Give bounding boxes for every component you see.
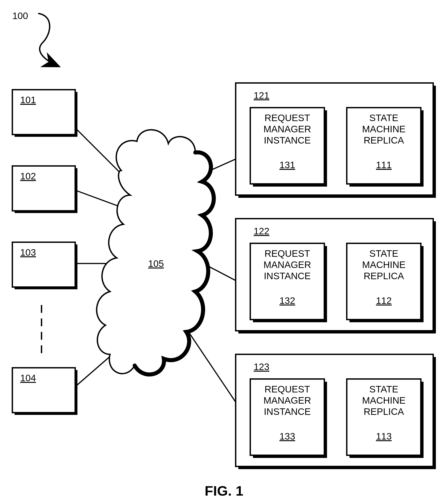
figure-label: FIG. 1 [205, 483, 243, 499]
cloud-ref: 105 [148, 258, 164, 269]
smr-box-111: STATE MACHINE REPLICA 111 [347, 108, 424, 187]
smr-ref: 111 [376, 160, 392, 170]
smr-label: MACHINE [362, 124, 406, 134]
rmi-label: MANAGER [264, 124, 311, 134]
server-ref: 122 [254, 226, 269, 236]
svg-line-1 [76, 191, 119, 206]
smr-label: MACHINE [362, 259, 406, 270]
rmi-label: REQUEST [265, 248, 310, 259]
rmi-ref: 133 [280, 431, 295, 441]
rmi-label: MANAGER [264, 259, 311, 270]
smr-ref: 112 [376, 295, 392, 306]
smr-label: STATE [369, 112, 398, 123]
client-box-102: 102 [12, 166, 77, 213]
smr-label: REPLICA [364, 135, 404, 145]
smr-box-112: STATE MACHINE REPLICA 112 [347, 243, 424, 322]
client-ref: 104 [20, 373, 36, 383]
diagram-root: 100 105 101 102 103 [0, 0, 448, 503]
smr-label: REPLICA [364, 406, 404, 417]
rmi-label: INSTANCE [264, 406, 311, 417]
client-ref: 101 [20, 95, 36, 105]
server-ref: 123 [254, 362, 269, 372]
server-ref: 121 [254, 90, 269, 101]
smr-label: MACHINE [362, 395, 406, 406]
rmi-label: INSTANCE [264, 271, 311, 281]
smr-label: STATE [369, 384, 398, 394]
rmi-ref: 132 [280, 295, 295, 306]
client-ref: 102 [20, 171, 36, 181]
server-box-122: 122 REQUEST MANAGER INSTANCE 132 STATE M… [236, 219, 436, 333]
rmi-label: INSTANCE [264, 135, 311, 145]
rmi-box-133: REQUEST MANAGER INSTANCE 133 [250, 379, 327, 458]
smr-ref: 113 [376, 431, 392, 441]
smr-box-113: STATE MACHINE REPLICA 113 [347, 379, 424, 458]
rmi-ref: 131 [280, 160, 295, 170]
client-box-101: 101 [12, 90, 77, 137]
server-box-123: 123 REQUEST MANAGER INSTANCE 133 STATE M… [236, 354, 436, 469]
client-box-103: 103 [12, 242, 77, 289]
figure-ref: 100 [12, 11, 28, 21]
rmi-label: MANAGER [264, 395, 311, 406]
client-ref: 103 [20, 247, 36, 258]
rmi-label: REQUEST [265, 112, 310, 123]
client-box-104: 104 [12, 368, 77, 415]
smr-label: REPLICA [364, 271, 404, 281]
rmi-box-131: REQUEST MANAGER INSTANCE 131 [250, 108, 327, 187]
server-box-121: 121 REQUEST MANAGER INSTANCE 131 STATE M… [236, 83, 436, 198]
figure-ref-arrow [38, 14, 58, 66]
smr-label: STATE [369, 248, 398, 259]
rmi-label: REQUEST [265, 384, 310, 394]
rmi-box-132: REQUEST MANAGER INSTANCE 132 [250, 243, 327, 322]
